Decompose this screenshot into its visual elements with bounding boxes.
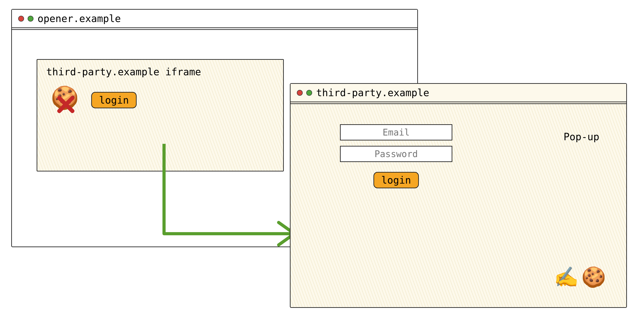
email-field[interactable] xyxy=(340,124,452,140)
popup-window: third-party.example login Pop-up ✍️ 🍪 xyxy=(290,83,627,308)
writing-hand-icon: ✍️ xyxy=(554,267,578,287)
opener-titlebar: opener.example xyxy=(12,10,417,28)
opener-title: opener.example xyxy=(38,13,121,24)
popup-titlebar: third-party.example xyxy=(290,84,626,102)
popup-title: third-party.example xyxy=(316,87,429,98)
popup-label: Pop-up xyxy=(564,131,599,142)
maximize-icon[interactable] xyxy=(28,16,34,22)
login-button[interactable]: login xyxy=(91,92,136,108)
maximize-icon[interactable] xyxy=(306,90,312,96)
close-icon[interactable] xyxy=(297,90,303,96)
login-button[interactable]: login xyxy=(374,172,419,188)
blocked-cookie-group: 🍪 xyxy=(51,86,78,114)
iframe-label: third-party.example iframe xyxy=(46,66,274,78)
close-icon[interactable] xyxy=(18,16,24,22)
x-blocked-icon xyxy=(55,94,75,115)
third-party-iframe: third-party.example iframe 🍪 login xyxy=(37,59,284,172)
login-form: login xyxy=(333,124,459,188)
cookie-icon: 🍪 xyxy=(581,267,606,287)
password-field[interactable] xyxy=(340,146,452,162)
